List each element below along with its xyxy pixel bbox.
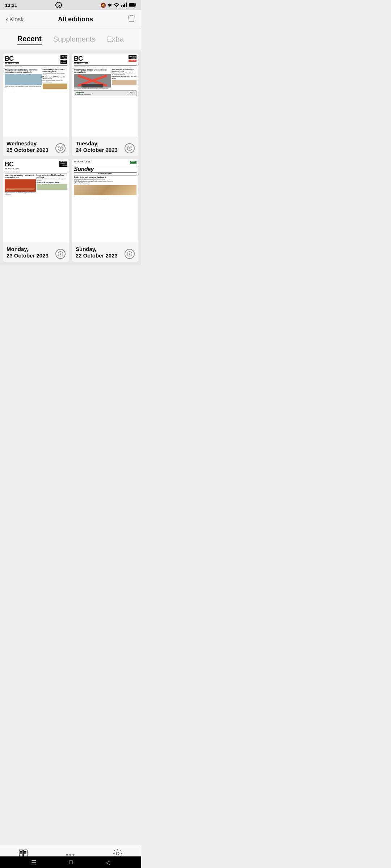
tab-recent[interactable]: Recent [17, 35, 42, 45]
edition-date-2b: 24 October 2023 [76, 147, 118, 153]
download-button-3[interactable] [55, 249, 66, 259]
svg-rect-0 [121, 5, 122, 7]
svg-rect-3 [126, 3, 127, 7]
header: ‹ Kiosk All editions [0, 10, 141, 29]
download-button-2[interactable] [125, 143, 135, 153]
bell-mute-icon: 🔕 [100, 3, 106, 8]
edition-card-4[interactable]: MEDICARE GUIDE Warning PREM.ORG Sunday T… [72, 159, 138, 262]
download-button-4[interactable] [125, 249, 135, 259]
page-title: All editions [58, 16, 93, 23]
signal-icon [121, 3, 127, 8]
edition-date-1: Wednesday, [7, 140, 49, 147]
newspaper-2: BC THE BAY CITY TIMES SAME OLDLIONS? 20%… [72, 54, 138, 137]
svg-rect-1 [123, 5, 124, 7]
edition-card-3[interactable]: BC THE BAY CITY TIMES BROADERCONFLICTLOO… [3, 159, 69, 262]
svg-rect-6 [129, 3, 135, 7]
edition-date-2: Tuesday, [76, 140, 118, 147]
edition-info-1: Wednesday, 25 October 2023 [3, 137, 69, 156]
wifi-icon [114, 3, 119, 8]
download-button-1[interactable] [55, 143, 66, 153]
back-label: Kiosk [9, 16, 24, 23]
edition-thumbnail-3: BC THE BAY CITY TIMES BROADERCONFLICTLOO… [3, 159, 69, 242]
tab-supplements[interactable]: Supplements [53, 35, 96, 45]
edition-date-4b: 22 October 2023 [76, 252, 118, 259]
edition-info-2: Tuesday, 24 October 2023 [72, 137, 138, 156]
trash-button[interactable] [127, 14, 135, 25]
edition-info-4: Sunday, 22 October 2023 [72, 242, 138, 262]
newspaper-3: BC THE BAY CITY TIMES BROADERCONFLICTLOO… [3, 159, 69, 242]
back-button[interactable]: ‹ Kiosk [6, 16, 24, 23]
chevron-left-icon: ‹ [6, 16, 8, 23]
tabs-bar: Recent Supplements Extra [0, 29, 141, 50]
edition-date-3b: 23 October 2023 [7, 252, 49, 259]
edition-date-1b: 25 October 2023 [7, 147, 49, 153]
main-content: BC THE BAY CITY TIMES PAPERTRAIL DON'TFO… [0, 50, 141, 302]
status-time: 13:21 [5, 3, 17, 8]
status-right-icons: 🔕 ✱ [100, 3, 136, 8]
edition-thumbnail-2: BC THE BAY CITY TIMES SAME OLDLIONS? 20%… [72, 54, 138, 137]
svg-rect-11 [81, 84, 103, 88]
edition-date-3: Monday, [7, 246, 49, 252]
edition-thumbnail-1: BC THE BAY CITY TIMES PAPERTRAIL DON'TFO… [3, 54, 69, 137]
status-bar: 13:21 S 🔕 ✱ [0, 0, 141, 10]
svg-rect-2 [124, 4, 125, 7]
edition-card-1[interactable]: BC THE BAY CITY TIMES PAPERTRAIL DON'TFO… [3, 54, 69, 156]
s-icon: S [55, 2, 62, 8]
battery-icon [129, 3, 136, 8]
svg-rect-5 [135, 4, 136, 6]
newspaper-1: BC THE BAY CITY TIMES PAPERTRAIL DON'TFO… [3, 54, 69, 137]
edition-info-3: Monday, 23 October 2023 [3, 242, 69, 262]
edition-thumbnail-4: MEDICARE GUIDE Warning PREM.ORG Sunday T… [72, 159, 138, 242]
edition-date-4: Sunday, [76, 246, 118, 252]
tab-extra[interactable]: Extra [107, 35, 124, 45]
status-icons: S [55, 2, 62, 8]
bluetooth-icon: ✱ [108, 3, 112, 8]
editions-grid: BC THE BAY CITY TIMES PAPERTRAIL DON'TFO… [0, 50, 141, 265]
newspaper-4: MEDICARE GUIDE Warning PREM.ORG Sunday T… [72, 159, 138, 242]
edition-card-2[interactable]: BC THE BAY CITY TIMES SAME OLDLIONS? 20%… [72, 54, 138, 156]
